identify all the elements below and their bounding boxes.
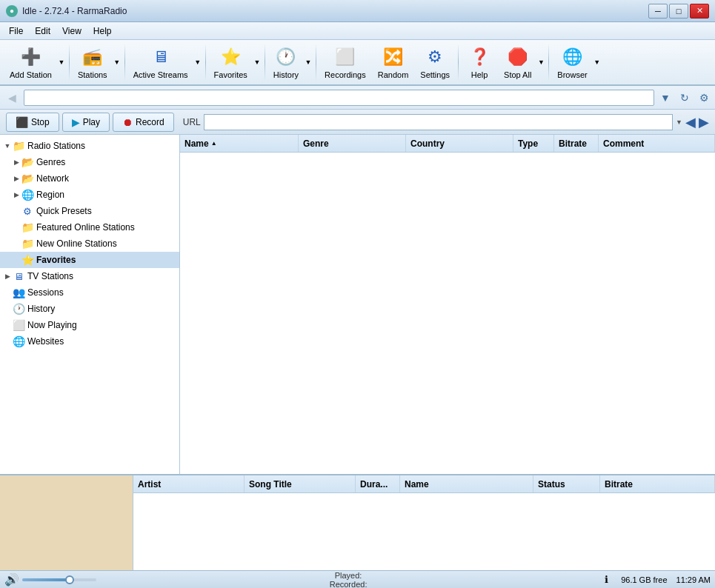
- stations-button[interactable]: 📻 Stations: [73, 42, 113, 82]
- sidebar-item-featured-online[interactable]: 📁 Featured Online Stations: [0, 219, 179, 235]
- help-button[interactable]: ❓ Help: [462, 42, 497, 82]
- stop-all-arrow[interactable]: ▼: [536, 42, 545, 82]
- toggle-tv-stations[interactable]: ▶: [3, 272, 12, 281]
- favorites-button[interactable]: ⭐ Favorites: [209, 42, 253, 82]
- song-list-header: Artist Song Title Dura... Name Status Bi…: [133, 475, 715, 493]
- active-streams-button[interactable]: 🖥 Active Streams: [128, 42, 193, 82]
- favorites-arrow[interactable]: ▼: [253, 42, 262, 82]
- url-label: URL: [183, 117, 201, 127]
- action-bar: ⬛ Stop ▶ Play ⏺ Record URL ▼ ◀ ▶: [0, 110, 715, 135]
- content-header: Name ▲ Genre Country Type Bitrate Commen…: [180, 135, 715, 153]
- content-body: [180, 153, 715, 474]
- maximize-button[interactable]: □: [669, 4, 688, 19]
- active-streams-arrow[interactable]: ▼: [193, 42, 202, 82]
- sidebar-item-tv-stations[interactable]: ▶ 🖥 TV Stations: [0, 268, 179, 284]
- recordings-button[interactable]: ⬜ Recordings: [319, 42, 371, 82]
- close-button[interactable]: ✕: [690, 4, 709, 19]
- add-station-arrow[interactable]: ▼: [57, 42, 66, 82]
- quick-presets-icon: ⚙: [21, 204, 34, 218]
- radio-stations-icon: 📁: [12, 139, 25, 153]
- album-art: [0, 475, 133, 570]
- favorites-wrap: ⭐ Favorites ▼: [209, 42, 262, 82]
- menu-help[interactable]: Help: [87, 24, 118, 38]
- play-label: Play: [83, 117, 100, 127]
- toggle-radio-stations[interactable]: ▼: [3, 141, 12, 150]
- app-icon: ●: [6, 5, 18, 17]
- play-icon: ▶: [72, 116, 80, 128]
- sidebar-item-favorites[interactable]: ⭐ Favorites: [0, 252, 179, 268]
- song-col-title[interactable]: Song Title: [245, 475, 356, 492]
- stop-all-button[interactable]: 🛑 Stop All: [499, 42, 536, 82]
- sep-2: [124, 44, 125, 81]
- browser-arrow[interactable]: ▼: [593, 42, 602, 82]
- record-button[interactable]: ⏺ Record: [113, 113, 174, 132]
- random-button[interactable]: 🔀 Random: [373, 42, 414, 82]
- history-button[interactable]: 🕐 History: [268, 42, 304, 82]
- history-arrow[interactable]: ▼: [304, 42, 313, 82]
- menu-edit[interactable]: Edit: [29, 24, 56, 38]
- menu-file[interactable]: File: [3, 24, 29, 38]
- toggle-network[interactable]: ▶: [12, 174, 21, 183]
- add-station-label: Add Station: [10, 70, 52, 79]
- sep-6: [458, 44, 459, 81]
- now-playing-icon: ⬜: [12, 318, 25, 332]
- sidebar-item-sessions[interactable]: 👥 Sessions: [0, 284, 179, 301]
- time-display: 11:29 AM: [676, 575, 711, 584]
- col-header-bitrate[interactable]: Bitrate: [554, 135, 599, 152]
- song-col-name[interactable]: Name: [400, 475, 533, 492]
- recorded-label: Recorded:: [330, 580, 368, 589]
- browser-button[interactable]: 🌐 Browser: [552, 42, 592, 82]
- url-area: URL ▼: [183, 114, 682, 130]
- menu-view[interactable]: View: [56, 24, 87, 38]
- sidebar-item-new-online[interactable]: 📁 New Online Stations: [0, 235, 179, 252]
- sidebar-item-radio-stations[interactable]: ▼ 📁 Radio Stations: [0, 138, 179, 154]
- played-recorded: Played: Recorded:: [102, 571, 594, 589]
- tv-stations-label: TV Stations: [27, 271, 73, 281]
- sidebar-item-region[interactable]: ▶ 🌐 Region: [0, 187, 179, 203]
- sidebar-item-history[interactable]: 🕐 History: [0, 301, 179, 317]
- active-streams-icon: 🖥: [149, 45, 173, 69]
- toggle-region[interactable]: ▶: [12, 190, 21, 199]
- refresh-icon[interactable]: ↻: [676, 90, 693, 106]
- stations-arrow[interactable]: ▼: [113, 42, 122, 82]
- song-col-bitrate[interactable]: Bitrate: [600, 475, 715, 492]
- song-col-status[interactable]: Status: [533, 475, 600, 492]
- col-header-type[interactable]: Type: [513, 135, 554, 152]
- minimize-button[interactable]: ─: [648, 4, 668, 19]
- song-list-body: [133, 493, 715, 570]
- url-nav-right[interactable]: ▶: [699, 114, 709, 130]
- col-header-name[interactable]: Name ▲: [180, 135, 299, 152]
- url-dropdown-arrow[interactable]: ▼: [676, 118, 682, 126]
- sidebar-item-websites[interactable]: 🌐 Websites: [0, 333, 179, 350]
- col-header-comment[interactable]: Comment: [599, 135, 715, 152]
- sidebar-item-genres[interactable]: ▶ 📂 Genres: [0, 154, 179, 170]
- new-online-icon: 📁: [21, 237, 34, 250]
- toggle-genres[interactable]: ▶: [12, 158, 21, 167]
- stop-button[interactable]: ⬛ Stop: [6, 113, 59, 132]
- url-nav-left[interactable]: ◀: [685, 114, 696, 130]
- volume-thumb[interactable]: [65, 575, 74, 584]
- volume-slider[interactable]: [22, 578, 96, 581]
- song-col-artist[interactable]: Artist: [133, 475, 245, 492]
- col-header-country[interactable]: Country: [406, 135, 513, 152]
- sidebar-item-now-playing[interactable]: ⬜ Now Playing: [0, 317, 179, 333]
- col-header-genre[interactable]: Genre: [299, 135, 406, 152]
- tv-stations-icon: 🖥: [12, 270, 25, 283]
- toolbar: ➕ Add Station ▼ 📻 Stations ▼ 🖥 Active St…: [0, 40, 715, 86]
- record-label: Record: [136, 117, 164, 127]
- add-station-button[interactable]: ➕ Add Station: [4, 42, 57, 82]
- song-col-duration[interactable]: Dura...: [356, 475, 400, 492]
- favorites-icon: ⭐: [219, 45, 242, 69]
- volume-fill: [22, 578, 71, 581]
- play-button[interactable]: ▶ Play: [62, 113, 110, 132]
- address-input[interactable]: [24, 90, 654, 106]
- settings-button[interactable]: ⚙ Settings: [415, 42, 455, 82]
- settings-small-icon[interactable]: ⚙: [696, 90, 712, 106]
- sidebar: ▼ 📁 Radio Stations ▶ 📂 Genres ▶ 📂 Networ…: [0, 135, 180, 474]
- back-button[interactable]: ◀: [3, 89, 21, 107]
- url-input[interactable]: [204, 114, 673, 130]
- sidebar-item-network[interactable]: ▶ 📂 Network: [0, 170, 179, 187]
- address-dropdown-arrow[interactable]: ▼: [657, 90, 674, 106]
- sidebar-item-quick-presets[interactable]: ⚙ Quick Presets: [0, 203, 179, 219]
- add-station-icon: ➕: [19, 45, 42, 69]
